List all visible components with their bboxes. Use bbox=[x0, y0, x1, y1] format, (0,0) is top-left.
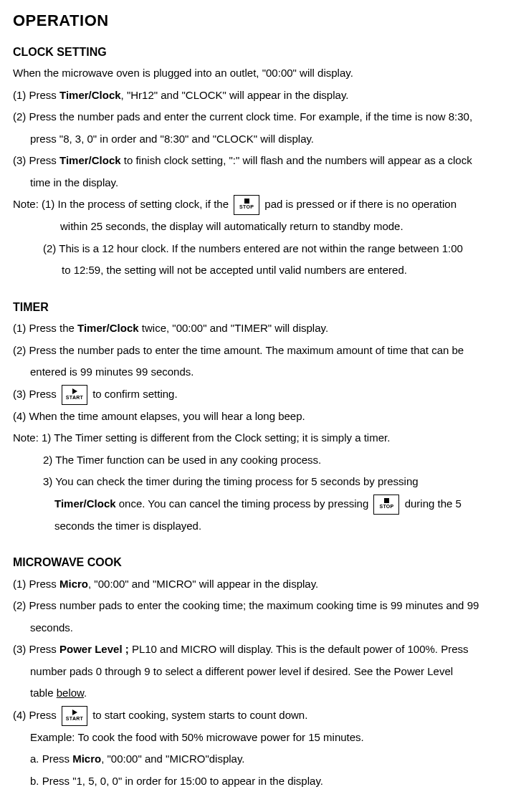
timer-clock-label: Timer/Clock bbox=[54, 497, 116, 510]
timer-step4: (4) When the time amount elapses, you wi… bbox=[13, 406, 503, 427]
micro-step4: (4) Press START to start cooking, system… bbox=[13, 705, 503, 726]
timer-clock-label: Timer/Clock bbox=[77, 322, 139, 334]
text: (1) Press the bbox=[13, 322, 77, 334]
text: pad is pressed or if there is no operati… bbox=[264, 198, 457, 210]
clock-note2b: to 12:59, the setting will not be accept… bbox=[13, 260, 503, 281]
text: to finish clock setting, ":" will flash … bbox=[121, 154, 472, 166]
micro-example: Example: To cook the food with 50% micro… bbox=[13, 727, 503, 748]
stop-label: STOP bbox=[234, 204, 259, 209]
timer-note3: 3) You can check the timer during the ti… bbox=[13, 472, 503, 492]
text: (1) In the process of setting clock, if … bbox=[42, 198, 231, 210]
clock-note2a: (2) This is a 12 hour clock. If the numb… bbox=[13, 239, 503, 259]
text: . bbox=[84, 687, 87, 699]
micro-step3d: table below. bbox=[13, 683, 503, 704]
micro-step3: (3) Press Power Level ; PL10 and MICRO w… bbox=[13, 639, 503, 660]
stop-button-icon: STOP bbox=[373, 495, 399, 515]
text: (4) Press bbox=[13, 709, 59, 721]
text: , "00:00" and "MICRO"display. bbox=[101, 753, 244, 765]
power-level-label: Power Level ; bbox=[59, 643, 129, 655]
timer-clock-label: Timer/Clock bbox=[59, 89, 121, 101]
micro-step1: (1) Press Micro, "00:00" and "MICRO" wil… bbox=[13, 574, 503, 595]
text: (3) Press bbox=[13, 643, 59, 655]
timer-note3d: seconds the timer is displayed. bbox=[13, 516, 503, 537]
text: (3) Press bbox=[13, 388, 59, 400]
clock-step3c: time in the display. bbox=[13, 173, 503, 194]
note-label: Note: bbox=[13, 198, 42, 210]
text: , "Hr12" and "CLOCK" will appear in the … bbox=[121, 89, 349, 101]
clock-step3: (3) Press Timer/Clock to finish clock se… bbox=[13, 151, 503, 171]
text: (3) Press bbox=[13, 154, 59, 166]
clock-note1c: within 25 seconds, the display will auto… bbox=[13, 216, 503, 237]
text: (1) Press bbox=[13, 578, 59, 590]
micro-label: Micro bbox=[72, 753, 101, 765]
text: a. Press bbox=[30, 753, 72, 765]
micro-example-a: a. Press Micro, "00:00" and "MICRO"displ… bbox=[13, 749, 503, 770]
clock-step2b: press "8, 3, 0" in order and "8:30" and … bbox=[13, 129, 503, 150]
micro-step2b: seconds. bbox=[13, 618, 503, 639]
text: once. You can cancel the timing process … bbox=[116, 497, 372, 510]
timer-heading: TIMER bbox=[13, 297, 503, 318]
stop-label: STOP bbox=[374, 504, 398, 509]
timer-clock-label: Timer/Clock bbox=[59, 154, 121, 166]
text: twice, "00:00" and "TIMER" will display. bbox=[139, 322, 328, 334]
clock-intro: When the microwave oven is plugged into … bbox=[13, 63, 503, 84]
text: PL10 and MICRO will display. This is the… bbox=[129, 643, 469, 655]
start-label: START bbox=[62, 716, 87, 721]
timer-step1: (1) Press the Timer/Clock twice, "00:00"… bbox=[13, 318, 503, 339]
microwave-cook-heading: MICROWAVE COOK bbox=[13, 552, 503, 573]
clock-step2a: (2) Press the number pads and enter the … bbox=[13, 107, 503, 128]
clock-note1: Note: (1) In the process of setting cloc… bbox=[13, 194, 503, 215]
timer-note2: 2) The Timer function can be used in any… bbox=[13, 450, 503, 471]
text: to start cooking, system starts to count… bbox=[92, 709, 307, 721]
micro-example-b: b. Press "1, 5, 0, 0" in order for 15:00… bbox=[13, 771, 503, 792]
micro-label: Micro bbox=[59, 578, 88, 590]
below-link: below bbox=[57, 687, 84, 699]
timer-note1: Note: 1) The Timer setting is different … bbox=[13, 428, 503, 449]
stop-button-icon: STOP bbox=[234, 195, 259, 215]
start-label: START bbox=[62, 395, 87, 400]
text: (1) Press bbox=[13, 89, 59, 101]
clock-step1: (1) Press Timer/Clock, "Hr12" and "CLOCK… bbox=[13, 85, 503, 106]
start-button-icon: START bbox=[62, 706, 87, 726]
note-label: Note: bbox=[13, 431, 42, 444]
timer-step2a: (2) Press the number pads to enter the t… bbox=[13, 340, 503, 361]
clock-setting-heading: CLOCK SETTING bbox=[13, 42, 503, 63]
start-button-icon: START bbox=[62, 385, 87, 405]
text: , "00:00" and "MICRO" will appear in the… bbox=[88, 578, 318, 590]
micro-step3c: number pads 0 through 9 to select a diff… bbox=[13, 661, 503, 682]
text: table bbox=[30, 687, 57, 699]
timer-step2b: entered is 99 minutes 99 seconds. bbox=[13, 362, 503, 383]
timer-step3: (3) Press START to confirm setting. bbox=[13, 384, 503, 405]
timer-note3b: Timer/Clock once. You can cancel the tim… bbox=[13, 494, 503, 515]
page-title: OPERATION bbox=[13, 6, 503, 36]
text: to confirm setting. bbox=[92, 388, 177, 400]
micro-step2a: (2) Press number pads to enter the cooki… bbox=[13, 596, 503, 616]
text: 1) The Timer setting is different from t… bbox=[42, 431, 390, 444]
text: during the 5 bbox=[405, 497, 462, 510]
